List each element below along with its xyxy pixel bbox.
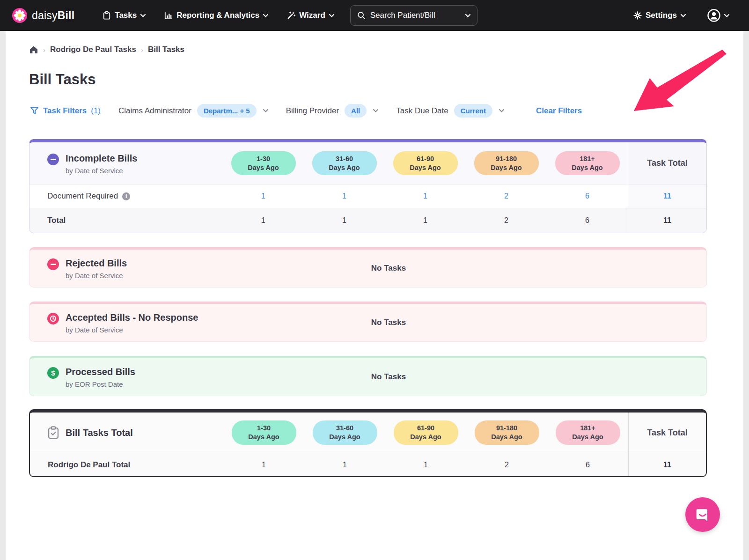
section-subtitle: by Date of Service — [66, 326, 198, 334]
rejected-bills-card: Rejected Bills by Date of Service No Tas… — [29, 247, 707, 287]
section-title: Processed Bills — [66, 366, 135, 378]
search-icon — [357, 11, 366, 20]
chevron-down-icon — [681, 14, 686, 17]
row-label: Total — [47, 216, 66, 225]
filter-funnel-icon — [30, 106, 39, 115]
incomplete-bills-header: Incomplete Bills by Date of Service 1-30… — [29, 142, 706, 184]
clock-icon — [47, 313, 59, 324]
chevron-down-icon — [329, 14, 334, 17]
no-tasks-label: No Tasks — [371, 318, 406, 327]
breadcrumb-separator: › — [141, 46, 143, 54]
chevron-down-icon — [140, 14, 146, 17]
age-pill-31-60: 31-60Days Ago — [313, 420, 377, 445]
age-pill-181plus: 181+Days Ago — [555, 151, 620, 176]
section-subtitle: by Date of Service — [66, 272, 127, 280]
task-total-header: Task Total — [628, 413, 706, 453]
chat-widget-button[interactable] — [685, 497, 720, 532]
dollar-circle-icon: $ — [47, 367, 59, 379]
daisybill-flower-icon — [12, 8, 27, 23]
breadcrumb: › Rodrigo De Paul Tasks › Bill Tasks — [6, 31, 743, 54]
chevron-down-icon[interactable] — [373, 109, 378, 112]
bill-tasks-total-header: Bill Tasks Total 1-30Days Ago 31-60Days … — [30, 413, 706, 453]
chevron-down-icon — [724, 14, 729, 17]
table-row-rodrigo-total: Rodrigo De Paul Total 1 1 1 2 6 11 — [30, 453, 706, 476]
count-value: 1 — [385, 216, 466, 225]
gear-icon — [633, 11, 642, 20]
nav-reporting-label: Reporting & Analytics — [176, 11, 259, 20]
billing-provider-value-pill[interactable]: All — [345, 104, 367, 118]
nav-wizard[interactable]: Wizard — [279, 6, 342, 25]
main-content: › Rodrigo De Paul Tasks › Bill Tasks Bil… — [6, 31, 743, 560]
task-total-link[interactable]: 11 — [628, 184, 706, 208]
count-link[interactable]: 1 — [304, 192, 385, 200]
chevron-down-icon — [465, 14, 470, 17]
nav-wizard-label: Wizard — [299, 11, 325, 20]
nav-tasks[interactable]: Tasks — [95, 6, 153, 25]
filter-bar: Task Filters (1) Claims Administrator De… — [6, 88, 743, 118]
incomplete-bills-card: Incomplete Bills by Date of Service 1-30… — [29, 139, 707, 233]
age-pill-91-180: 91-180Days Ago — [475, 420, 539, 445]
task-filters-label: Task Filters — [43, 106, 87, 116]
clear-filters-link[interactable]: Clear Filters — [536, 106, 582, 116]
page: daisyBill Tasks Reporting & Analytics — [0, 0, 749, 560]
count-value: 1 — [223, 461, 304, 469]
count-value: 1 — [385, 461, 466, 469]
breadcrumb-item-rodrigo-tasks[interactable]: Rodrigo De Paul Tasks — [50, 45, 136, 54]
age-pill-91-180: 91-180Days Ago — [474, 151, 539, 176]
age-pill-31-60: 31-60Days Ago — [312, 151, 377, 176]
no-tasks-label: No Tasks — [371, 264, 406, 273]
minus-circle-icon — [47, 258, 59, 270]
count-link[interactable]: 1 — [223, 192, 304, 200]
accepted-bills-no-response-card: Accepted Bills - No Response by Date of … — [29, 302, 707, 342]
count-link[interactable]: 1 — [385, 192, 466, 200]
billing-provider-label: Billing Provider — [286, 106, 339, 116]
row-label: Rodrigo De Paul Total — [30, 460, 223, 470]
count-value: 1 — [304, 216, 385, 225]
info-icon[interactable]: i — [122, 192, 130, 200]
nav-account-menu[interactable] — [705, 4, 737, 27]
search-patient-bill-input[interactable]: Search Patient/Bill — [350, 5, 477, 26]
top-nav: daisyBill Tasks Reporting & Analytics — [0, 0, 749, 31]
count-link[interactable]: 2 — [466, 192, 547, 200]
brand-logo[interactable]: daisyBill — [12, 8, 74, 23]
section-title: Accepted Bills - No Response — [66, 311, 198, 324]
count-value: 2 — [466, 216, 547, 225]
chevron-down-icon[interactable] — [499, 109, 504, 112]
breadcrumb-separator: › — [43, 46, 45, 54]
breadcrumb-item-bill-tasks: Bill Tasks — [148, 45, 184, 54]
table-row-total: Total 1 1 1 2 6 11 — [29, 208, 706, 233]
age-pill-1-30: 1-30Days Ago — [231, 151, 296, 176]
age-pill-61-90: 61-90Days Ago — [394, 420, 458, 445]
clipboard-icon — [103, 11, 111, 20]
task-filters-button[interactable]: Task Filters (1) — [30, 106, 101, 116]
task-due-date-label: Task Due Date — [396, 106, 448, 116]
nav-settings[interactable]: Settings — [626, 6, 693, 25]
home-icon[interactable] — [29, 45, 38, 54]
page-title: Bill Tasks — [6, 54, 743, 88]
count-value: 1 — [223, 216, 304, 225]
claims-admin-label: Claims Administrator — [118, 106, 191, 116]
task-due-date-value-pill[interactable]: Current — [454, 104, 492, 118]
section-subtitle: by EOR Post Date — [66, 380, 135, 388]
section-title: Rejected Bills — [66, 257, 127, 269]
task-total-value: 11 — [628, 453, 706, 476]
age-pill-61-90: 61-90Days Ago — [393, 151, 458, 176]
count-value: 6 — [547, 216, 628, 225]
nav-reporting-analytics[interactable]: Reporting & Analytics — [157, 6, 276, 25]
table-row-document-required: Document Required i 1 1 1 2 6 11 — [29, 184, 706, 208]
minus-circle-icon — [47, 154, 59, 165]
search-label: Search Patient/Bill — [370, 11, 461, 20]
chevron-down-icon[interactable] — [263, 109, 268, 112]
nav-tasks-label: Tasks — [115, 11, 137, 20]
claims-admin-value-pill[interactable]: Departm... + 5 — [197, 104, 257, 118]
clipboard-check-icon — [48, 426, 59, 439]
age-pill-181plus: 181+Days Ago — [556, 420, 620, 445]
no-tasks-label: No Tasks — [371, 372, 406, 382]
section-title: Incomplete Bills — [66, 152, 137, 164]
brand-name: daisyBill — [32, 9, 74, 22]
processed-bills-card: $ Processed Bills by EOR Post Date No Ta… — [29, 356, 707, 396]
count-value: 6 — [547, 461, 628, 469]
count-link[interactable]: 6 — [547, 192, 628, 200]
chevron-down-icon — [263, 14, 268, 17]
count-value: 2 — [466, 461, 547, 469]
